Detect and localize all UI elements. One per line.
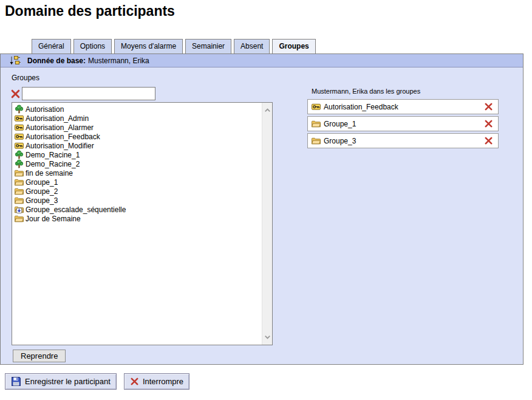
- header-label: Donnée de base:: [27, 57, 86, 65]
- tree-item-label: Groupe_3: [26, 196, 58, 205]
- member-group-label: Autorisation_Feedback: [324, 103, 398, 111]
- tree-item-label: Groupe_2: [26, 187, 58, 196]
- data-base-header: Donnée de base: Mustermann, Erika: [1, 54, 523, 67]
- save-participant-button[interactable]: Enregistrer le participant: [5, 373, 117, 390]
- tab[interactable]: Général: [32, 39, 71, 53]
- member-group-label: Groupe_1: [324, 120, 356, 128]
- tree-item-label: Autorisation_Modifier: [26, 142, 94, 150]
- tab-bar: Général Options Moyens d'alarme Semainie…: [32, 39, 316, 53]
- tree-item[interactable]: Autorisation_Alarmer: [15, 123, 262, 132]
- hierarchy-icon: [10, 56, 21, 66]
- tree-item[interactable]: Autorisation_Feedback: [15, 132, 262, 141]
- tree-item-label: fin de semaine: [26, 169, 73, 178]
- tree-item-label: Groupe_escalade_séquentielle: [26, 205, 126, 214]
- tree-icon: [15, 105, 24, 114]
- folder-icon: [312, 119, 321, 128]
- tree-item-label: Groupe_1: [26, 178, 58, 187]
- tree-item[interactable]: Groupe_3: [15, 196, 262, 205]
- member-group-label: Groupe_3: [324, 137, 356, 145]
- folder-icon: [15, 196, 24, 205]
- scroll-down-button[interactable]: [263, 333, 272, 342]
- groups-tree: Autorisation Autorisation_Admin Autorisa…: [12, 102, 273, 345]
- member-group-row: Groupe_1: [307, 116, 499, 131]
- scroll-up-button[interactable]: [263, 106, 272, 115]
- tree-item[interactable]: Groupe_escalade_séquentielle: [15, 205, 262, 214]
- tree-item-label: Autorisation: [26, 105, 64, 114]
- key-icon: [15, 141, 24, 150]
- participant-name: Mustermann, Erika: [88, 57, 149, 65]
- tree-item-label: Demo_Racine_2: [26, 160, 80, 168]
- save-icon: [11, 376, 21, 387]
- groups-label: Groupes: [12, 74, 39, 82]
- clear-filter-button[interactable]: [10, 89, 21, 99]
- tree-item-label: Autorisation_Alarmer: [26, 123, 94, 132]
- tree-item[interactable]: Jour de Semaine: [15, 214, 262, 223]
- folder-icon: [15, 187, 24, 196]
- member-group-row: Autorisation_Feedback: [307, 99, 499, 114]
- resume-button[interactable]: Reprendre: [13, 350, 66, 362]
- group-filter: [10, 87, 155, 100]
- tree-item[interactable]: Groupe_1: [15, 178, 262, 187]
- cancel-button[interactable]: Interrompre: [124, 373, 189, 390]
- tree-icon: [15, 159, 24, 168]
- folder-icon: [312, 136, 321, 145]
- member-groups-list: Autorisation_Feedback Groupe_1 Groupe_3: [307, 99, 499, 148]
- tab[interactable]: Moyens d'alarme: [114, 39, 183, 53]
- tree-item[interactable]: Autorisation: [15, 105, 262, 114]
- tree-item-label: Demo_Racine_1: [26, 151, 80, 159]
- tree-item[interactable]: Demo_Racine_1: [15, 150, 262, 159]
- folder-icon: [15, 168, 24, 178]
- remove-from-group-button[interactable]: [484, 102, 493, 111]
- save-participant-label: Enregistrer le participant: [25, 377, 111, 386]
- folder-icon: [15, 214, 24, 223]
- cancel-label: Interrompre: [143, 377, 183, 386]
- remove-from-group-button[interactable]: [484, 119, 493, 128]
- participant-groups-panel: Donnée de base: Mustermann, Erika Groupe…: [0, 53, 523, 365]
- tree-item-label: Autorisation_Feedback: [26, 133, 100, 141]
- key-icon: [15, 114, 24, 123]
- tree-scrollbar[interactable]: [262, 103, 272, 345]
- member-group-row: Groupe_3: [307, 133, 499, 148]
- tab[interactable]: Semainier: [185, 39, 231, 53]
- key-icon: [312, 102, 321, 111]
- tab[interactable]: Options: [73, 39, 112, 53]
- folder-icon: [15, 178, 24, 187]
- tree-item-label: Autorisation_Admin: [26, 114, 89, 123]
- page-title: Domaine des participants: [5, 3, 175, 19]
- remove-from-group-button[interactable]: [484, 136, 493, 145]
- tab[interactable]: Absent: [234, 39, 270, 53]
- tree-item-label: Jour de Semaine: [26, 215, 81, 223]
- tree-item[interactable]: Groupe_2: [15, 187, 262, 196]
- cancel-x-icon: [130, 377, 139, 386]
- tree-item[interactable]: Demo_Racine_2: [15, 159, 262, 168]
- group-filter-input[interactable]: [22, 87, 155, 100]
- tab[interactable]: Groupes: [272, 39, 315, 53]
- key-icon: [15, 123, 24, 132]
- tree-item[interactable]: fin de semaine: [15, 168, 262, 178]
- tree-item[interactable]: Autorisation_Admin: [15, 114, 262, 123]
- form-actions: Enregistrer le participant Interrompre: [5, 373, 189, 390]
- tree-item[interactable]: Autorisation_Modifier: [15, 141, 262, 150]
- folder-down-icon: [15, 205, 24, 214]
- tree-icon: [15, 150, 24, 159]
- key-icon: [15, 132, 24, 141]
- member-groups-label: Mustermann, Erika dans les groupes: [312, 88, 420, 95]
